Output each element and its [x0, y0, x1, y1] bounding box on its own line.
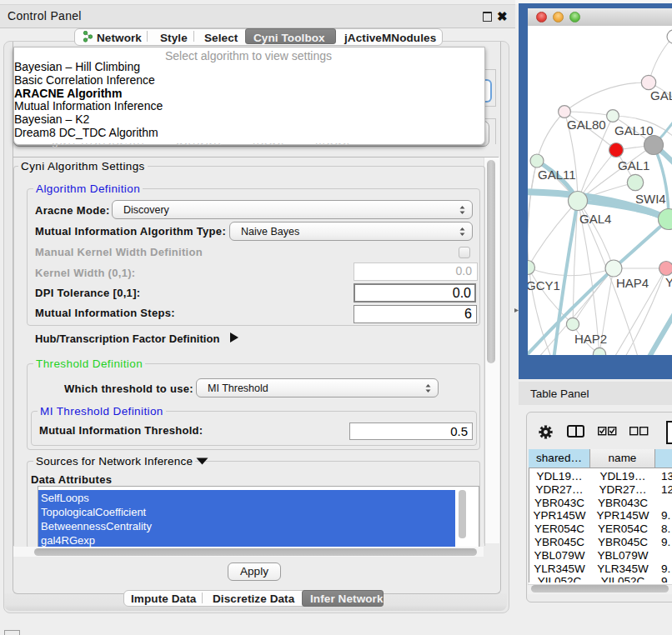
svg-text:Y: Y — [665, 275, 672, 289]
svg-text:GAL11: GAL11 — [538, 168, 576, 182]
svg-text:GAL10: GAL10 — [614, 123, 654, 138]
svg-text:GAL1: GAL1 — [618, 158, 649, 172]
svg-text:HAP4: HAP4 — [616, 276, 649, 290]
svg-text:GAL80: GAL80 — [567, 118, 606, 132]
svg-text:GCY1: GCY1 — [528, 278, 560, 292]
svg-text:GAL4: GAL4 — [579, 212, 611, 226]
svg-text:SWI4: SWI4 — [635, 192, 666, 206]
svg-text:GAL: GAL — [650, 88, 672, 102]
svg-text:HAP2: HAP2 — [574, 332, 607, 346]
